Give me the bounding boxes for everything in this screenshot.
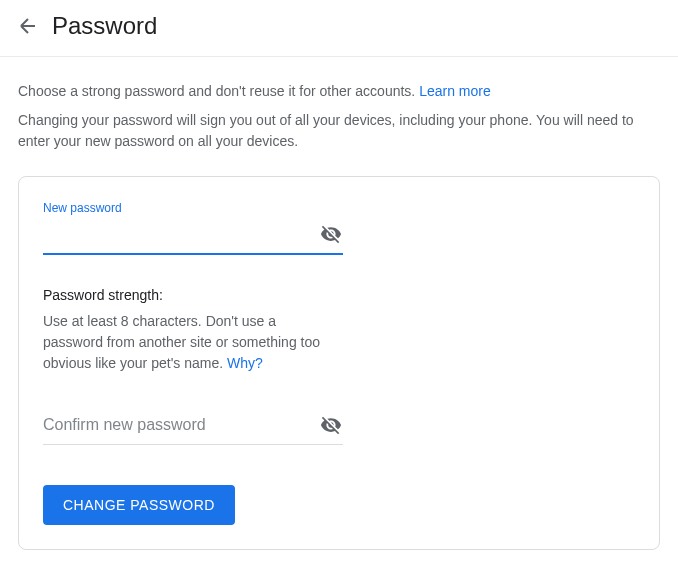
visibility-off-icon[interactable]: [319, 413, 343, 437]
visibility-off-icon[interactable]: [319, 222, 343, 246]
new-password-input[interactable]: [43, 219, 319, 249]
intro-line1: Choose a strong password and don't reuse…: [18, 83, 419, 99]
page-title: Password: [52, 12, 157, 40]
content-area: Choose a strong password and don't reuse…: [0, 57, 678, 550]
strength-text: Use at least 8 characters. Don't use a p…: [43, 311, 323, 374]
confirm-password-group: [43, 410, 635, 445]
new-password-label: New password: [43, 201, 635, 215]
confirm-password-row: [43, 410, 343, 445]
new-password-group: New password: [43, 201, 635, 255]
intro-text-2: Changing your password will sign you out…: [18, 110, 660, 152]
change-password-button[interactable]: Change Password: [43, 485, 235, 525]
back-arrow-icon[interactable]: [16, 14, 40, 38]
learn-more-link[interactable]: Learn more: [419, 83, 491, 99]
confirm-password-input[interactable]: [43, 410, 319, 440]
intro-text-1: Choose a strong password and don't reuse…: [18, 81, 660, 102]
page-header: Password: [0, 0, 678, 57]
strength-title: Password strength:: [43, 287, 635, 303]
why-link[interactable]: Why?: [227, 355, 263, 371]
password-card: New password Password strength: Use at l…: [18, 176, 660, 550]
new-password-row: [43, 219, 343, 255]
password-strength-section: Password strength: Use at least 8 charac…: [43, 287, 635, 374]
strength-body: Use at least 8 characters. Don't use a p…: [43, 313, 320, 371]
